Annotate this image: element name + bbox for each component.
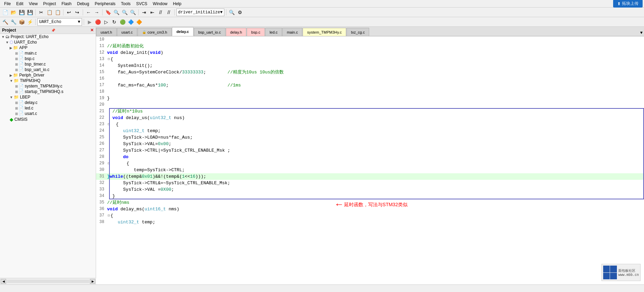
tree-app-folder[interactable]: ▶ 📁 APP	[0, 45, 96, 50]
bookmark-btn[interactable]: 🔖	[104, 9, 112, 16]
bsp-timer-label: bsp_timer.c	[25, 62, 46, 67]
step3-btn[interactable]: 🔷	[127, 18, 134, 26]
tab-usart-h[interactable]: usart.h	[96, 28, 117, 36]
tab-bsp-c[interactable]: bsp.c	[247, 28, 265, 36]
tab-delay-h[interactable]: delay.h	[226, 28, 247, 36]
build-btn2[interactable]: 🔧	[10, 18, 17, 26]
tab-system-tmpm3hy-c[interactable]: system_TMPM3Hy.c	[303, 28, 346, 36]
build-btn3[interactable]: 📦	[18, 18, 25, 26]
menu-debug[interactable]: Debug	[74, 1, 92, 7]
tab-bsp-uart-io-c[interactable]: bsp_uart_io.c	[194, 28, 225, 36]
tree-led-c[interactable]: ⊞ 📄 led.c	[0, 105, 96, 111]
build-btn1[interactable]: 🔨	[1, 18, 9, 26]
code-area[interactable]: 10 11 //延时函数初始化 12 void delay_init(void)	[96, 36, 644, 284]
code-line-14: 14 SystemInit();	[96, 62, 644, 69]
code-line-33: 33 SysTick->VAL =0X00;	[96, 186, 644, 193]
tree-bsp-timer-c[interactable]: ⊞ 📄 bsp_timer.c	[0, 61, 96, 67]
tree-bsp-c[interactable]: ⊞ 📄 bsp.c	[0, 56, 96, 61]
new-btn[interactable]: 📄	[1, 9, 9, 16]
copy-btn[interactable]: 📋	[46, 9, 53, 16]
tmpm3hq-label: TMPM3HQ	[20, 78, 40, 83]
menu-edit[interactable]: Edit	[13, 1, 26, 7]
line-num-35: 35	[96, 199, 107, 206]
undo-btn[interactable]: ↩	[65, 9, 73, 16]
save-all-btn[interactable]: 💾	[26, 9, 34, 16]
delay-c-label: delay.c	[25, 100, 37, 105]
tree-uart-echo[interactable]: ▼ ⬡ UART_Echo	[0, 39, 96, 45]
save-btn[interactable]: 💾	[18, 9, 25, 16]
usart-c-file-icon: 📄	[19, 111, 24, 116]
function-dropdown[interactable]: driver_initialize ▼	[176, 9, 224, 16]
pin-icon[interactable]: 📌	[51, 28, 55, 32]
tmpm3hq-arrow-icon: ▼	[10, 79, 13, 83]
tab-led-c[interactable]: led.c	[265, 28, 282, 36]
tab-delay-c[interactable]: delay.c	[172, 27, 194, 36]
tree-cmsis[interactable]: ◆ CMSIS	[0, 116, 96, 122]
menu-file[interactable]: File	[1, 1, 13, 7]
tree-system-hy-c[interactable]: ⊞ 📄 system_TMPM3Hy.c	[0, 83, 96, 89]
menu-peripherals[interactable]: Peripherals	[92, 1, 118, 7]
menu-flash[interactable]: Flash	[59, 1, 74, 7]
fold-23[interactable]: ⊟	[107, 121, 110, 128]
open-btn[interactable]: 📂	[10, 9, 17, 16]
lock-icon: 🔒	[142, 30, 146, 34]
comment-btn[interactable]: //	[157, 9, 164, 16]
scroll-left-btn[interactable]: ◀	[1, 279, 6, 284]
run-btn[interactable]: ▶	[86, 18, 93, 26]
menu-window[interactable]: Window	[150, 1, 170, 7]
settings-btn[interactable]: ⚙	[236, 9, 244, 16]
periph-folder-icon: 📁	[13, 73, 18, 78]
fold-29[interactable]: ⊟	[107, 160, 110, 167]
paste-btn[interactable]: 📋	[54, 9, 61, 16]
tab-core-cm3-h[interactable]: 🔒 core_cm3.h	[138, 28, 172, 36]
menu-tools[interactable]: Tools	[118, 1, 133, 7]
tree-periph-driver[interactable]: ▶ 📁 Periph_Driver	[0, 72, 96, 78]
menu-svcs[interactable]: SVCS	[133, 1, 150, 7]
tree-project-root[interactable]: ▼ 🗂 Project: UART_Echo	[0, 34, 96, 39]
fold-13[interactable]: ⊟	[107, 56, 110, 62]
uncomment-btn[interactable]: //	[165, 9, 173, 16]
tab-main-c[interactable]: main.c	[282, 28, 302, 36]
unindent-btn[interactable]: ⇤	[149, 9, 156, 16]
nav-back-btn[interactable]: ←	[85, 9, 92, 16]
tree-tmpm3hq[interactable]: ▼ 📁 TMPM3HQ	[0, 78, 96, 83]
tree-main-c[interactable]: ⊞ 📄 main.c	[0, 50, 96, 56]
tree-startup-s[interactable]: ⊞ 📄 startup_TMPM3HQ.s	[0, 89, 96, 94]
upload-button[interactable]: ⬆ 拓块上传	[613, 0, 643, 8]
cut-btn[interactable]: ✂	[37, 9, 45, 16]
line-content-12: void delay_init(void)	[107, 49, 644, 56]
scroll-right-btn[interactable]: ▶	[90, 279, 95, 284]
tab-usart-c-label: usart.c	[121, 30, 133, 34]
tab-scroll-btn[interactable]: ▼	[639, 30, 644, 36]
tree-bsp-uart-io-c[interactable]: ⊞ 📄 bsp_uart_io.c	[0, 67, 96, 72]
redo-btn[interactable]: ↪	[73, 9, 81, 16]
debug-run-btn[interactable]: ▷	[102, 18, 110, 26]
tree-delay-c[interactable]: ⊞ 📄 delay.c	[0, 100, 96, 105]
tab-txz-cg-c[interactable]: txz_cg.c	[347, 28, 369, 36]
menu-project[interactable]: Project	[40, 1, 59, 7]
find3-btn[interactable]: 🔍	[129, 9, 137, 16]
indent-btn[interactable]: ⇥	[140, 9, 148, 16]
build-btn4[interactable]: ⚡	[26, 18, 34, 26]
step2-btn[interactable]: 🟢	[119, 18, 126, 26]
stop-btn[interactable]: 🔴	[94, 18, 102, 26]
nav-fwd-btn[interactable]: →	[93, 9, 101, 16]
close-icon[interactable]: ✕	[90, 28, 94, 33]
find2-btn[interactable]: 🔍	[121, 9, 128, 16]
project-dropdown[interactable]: UART_Echo ▼	[37, 18, 82, 26]
step-btn[interactable]: ↻	[110, 18, 118, 26]
tab-usart-c[interactable]: usart.c	[117, 28, 137, 36]
line-num-13: 13	[96, 56, 107, 62]
toolbar-2: 🔨 🔧 📦 ⚡ UART_Echo ▼ ▶ 🔴 ▷ ↻ 🟢 🔷 🔶	[0, 17, 644, 27]
step4-btn[interactable]: 🔶	[135, 18, 143, 26]
tree-usart-c[interactable]: ⊞ 📄 usart.c	[0, 111, 96, 116]
line-content-30: temp=SysTick->CTRL;	[107, 167, 644, 173]
fold-37[interactable]: ⊟	[107, 212, 110, 219]
find-btn[interactable]: 🔍	[113, 9, 120, 16]
menu-help[interactable]: Help	[170, 1, 184, 7]
sidebar-scrollbar[interactable]	[7, 280, 89, 283]
menu-view[interactable]: View	[26, 1, 40, 7]
tree-lbep[interactable]: ▼ 📁 LBEP	[0, 94, 96, 100]
menu-bar: File Edit View Project Flash Debug Perip…	[0, 0, 644, 8]
browse-btn[interactable]: 🔍	[228, 9, 236, 16]
